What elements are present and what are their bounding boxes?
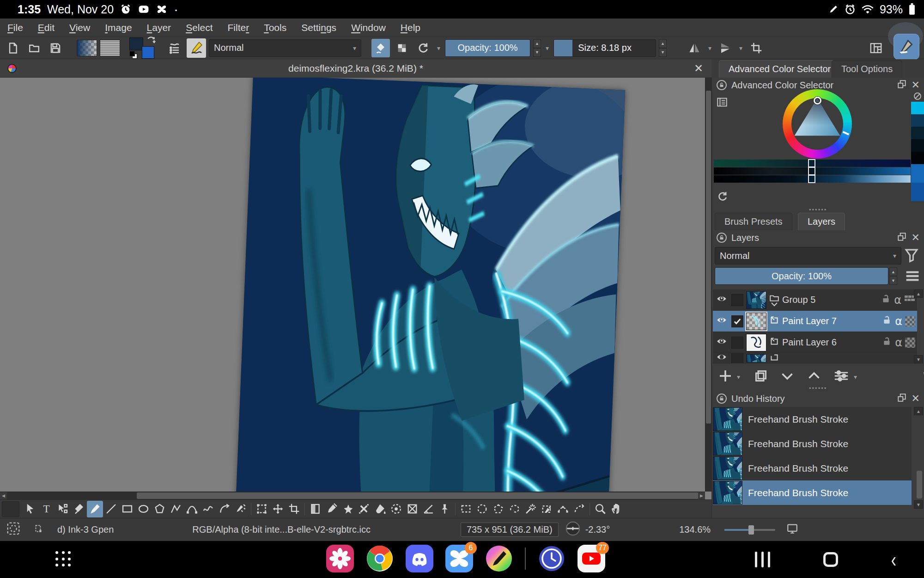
- transform-tool[interactable]: [254, 501, 270, 517]
- delete-layer-button[interactable]: [922, 369, 924, 385]
- magnetic-selection-tool[interactable]: [571, 501, 587, 517]
- line-tool[interactable]: [103, 501, 119, 517]
- text-tool[interactable]: T: [38, 501, 55, 517]
- zoom-tool[interactable]: [592, 501, 608, 517]
- tab-brush-presets[interactable]: Brush Presets: [715, 213, 792, 230]
- lock-layer-icon[interactable]: [882, 315, 892, 327]
- menu-select[interactable]: Select: [178, 20, 220, 36]
- brush-size-slider[interactable]: Size: 8.18 px: [553, 39, 656, 57]
- all-apps-button[interactable]: [55, 551, 72, 568]
- undo-item[interactable]: Freehand Brush Stroke: [713, 456, 912, 480]
- menu-file[interactable]: File: [0, 20, 30, 36]
- close-docker-icon[interactable]: ✕: [912, 393, 920, 405]
- layer-filter-icon[interactable]: [904, 246, 919, 266]
- move-tool[interactable]: [270, 501, 286, 517]
- chrome-app-icon[interactable]: [366, 545, 394, 572]
- inherit-alpha-icon[interactable]: [905, 316, 915, 326]
- pattern-edit-tool[interactable]: [404, 501, 420, 517]
- layer-checkbox[interactable]: [731, 294, 743, 306]
- move-layer-up-button[interactable]: [807, 369, 821, 385]
- alpha-lock-icon[interactable]: α: [895, 315, 902, 328]
- layer-opacity-slider[interactable]: Opacity: 100%: [715, 267, 888, 285]
- layer-blending-mode-dropdown[interactable]: Normal▾: [715, 247, 901, 264]
- chevron-down-icon[interactable]: ▾: [735, 373, 742, 381]
- layer-row-group-5[interactable]: Group 5 α: [713, 289, 917, 311]
- color-selection-tool[interactable]: [539, 501, 555, 517]
- brush-preset-name[interactable]: d) Ink-3 Gpen: [57, 524, 114, 535]
- layer-checkbox-checked[interactable]: [731, 315, 743, 327]
- undo-item[interactable]: Freehand Brush Stroke: [713, 480, 912, 505]
- foreground-color-swatch[interactable]: [129, 37, 143, 50]
- undo-item[interactable]: Freehand Brush Stroke: [713, 431, 912, 456]
- colorize-mask-tool[interactable]: [356, 501, 372, 517]
- measure-tool[interactable]: [420, 501, 437, 517]
- scroll-left-arrow[interactable]: ◀: [0, 492, 7, 499]
- tab-advanced-color-selector[interactable]: Advanced Color Selector: [719, 60, 840, 78]
- similar-color-selection-tool[interactable]: [523, 501, 539, 517]
- polygonal-selection-tool[interactable]: [490, 501, 506, 517]
- color-history-swatch[interactable]: [911, 102, 924, 114]
- color-history-swatch[interactable]: [911, 152, 924, 164]
- smart-patch-tool[interactable]: [340, 501, 356, 517]
- menu-view[interactable]: View: [62, 20, 97, 36]
- toolbox-handle[interactable]: [2, 501, 19, 517]
- menu-edit[interactable]: Edit: [30, 20, 62, 36]
- menu-filter[interactable]: Filter: [220, 20, 257, 36]
- opacity-slider[interactable]: Opacity: 100%: [445, 39, 530, 57]
- layer-checkbox[interactable]: [731, 337, 743, 349]
- move-layer-down-button[interactable]: [780, 369, 795, 385]
- freehand-selection-tool[interactable]: [506, 501, 523, 517]
- shade-strip-2[interactable]: [714, 167, 911, 175]
- layer-thumbnail[interactable]: [746, 334, 766, 351]
- youtube-app-icon[interactable]: 77: [578, 545, 605, 572]
- edit-shapes-tool[interactable]: [55, 501, 71, 517]
- calligraphy-tool[interactable]: [71, 501, 87, 517]
- gradient-tool[interactable]: [307, 501, 323, 517]
- group-folder-icon[interactable]: [769, 294, 779, 307]
- tab-layers[interactable]: Layers: [798, 213, 845, 230]
- lock-docker-icon[interactable]: [717, 233, 727, 243]
- layer-thumbnail[interactable]: [746, 313, 766, 330]
- visibility-eye-icon[interactable]: [715, 353, 729, 363]
- trim-canvas-button[interactable]: [747, 39, 766, 57]
- dynamic-brush-tool[interactable]: [216, 501, 232, 517]
- layer-thumbnail[interactable]: [746, 291, 766, 309]
- color-history-swatch[interactable]: [911, 164, 924, 183]
- layers-scroll-up[interactable]: ▲: [914, 289, 923, 298]
- undo-scroll-down[interactable]: ▼: [914, 500, 923, 509]
- fill-tool[interactable]: [372, 501, 388, 517]
- elliptical-selection-tool[interactable]: [474, 501, 490, 517]
- open-document-button[interactable]: [25, 39, 43, 57]
- mirror-horizontal-button[interactable]: [685, 39, 704, 57]
- canvas-rotation-dial-icon[interactable]: [565, 521, 581, 539]
- canvas-vertical-scrollbar[interactable]: [705, 78, 711, 492]
- chevron-down-icon[interactable]: ▾: [737, 44, 744, 52]
- float-docker-icon[interactable]: [897, 232, 907, 244]
- duplicate-layer-button[interactable]: [754, 369, 768, 385]
- new-document-button[interactable]: [4, 39, 22, 57]
- shade-strip-3[interactable]: [714, 175, 911, 183]
- crop-tool[interactable]: [286, 501, 302, 517]
- layer-row-partial[interactable]: [713, 353, 917, 363]
- lock-docker-icon[interactable]: [717, 80, 727, 90]
- butterfly-app-icon[interactable]: 6: [445, 545, 473, 572]
- bezier-selection-tool[interactable]: [555, 501, 571, 517]
- close-docker-icon[interactable]: ✕: [912, 232, 920, 244]
- menu-help[interactable]: Help: [393, 20, 428, 36]
- chevron-down-icon[interactable]: ▾: [544, 44, 551, 52]
- float-docker-icon[interactable]: [897, 79, 907, 92]
- layer-row-paint-layer-6[interactable]: Paint Layer 6 α: [713, 332, 917, 353]
- fit-to-screen-icon[interactable]: [786, 523, 798, 537]
- opacity-spinner[interactable]: ▲▼: [533, 39, 541, 57]
- multibrush-tool[interactable]: [232, 501, 249, 517]
- no-color-icon[interactable]: [911, 91, 924, 102]
- reload-preset-button[interactable]: [414, 39, 432, 57]
- layer-properties-icon[interactable]: [905, 269, 920, 285]
- layer-opacity-spinner[interactable]: ▲▼: [889, 267, 897, 285]
- save-document-button[interactable]: [46, 39, 65, 57]
- undo-scrollbar[interactable]: [917, 471, 922, 498]
- shade-selector-strips[interactable]: [714, 159, 911, 183]
- close-document-icon[interactable]: ✕: [694, 62, 703, 75]
- alpha-lock-icon[interactable]: α: [894, 294, 901, 307]
- back-button[interactable]: ‹: [891, 547, 896, 572]
